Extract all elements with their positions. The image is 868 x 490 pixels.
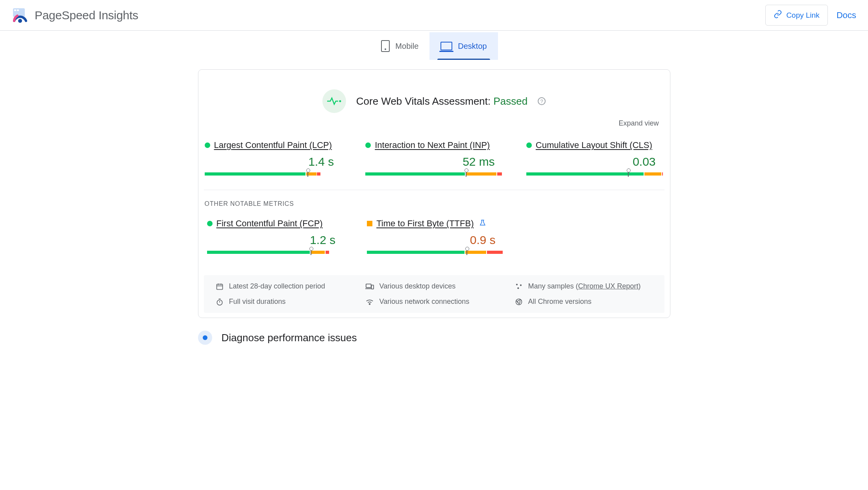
svg-point-13 [516,283,517,285]
pulse-icon [322,89,346,113]
metric-head: Interaction to Next Paint (INP) [365,140,503,150]
scatter-icon [515,283,523,290]
copy-link-button[interactable]: Copy Link [765,5,828,26]
metric-head: Largest Contentful Paint (LCP) [205,140,342,150]
status-dot-green [365,142,371,148]
diagnose-icon [198,331,212,345]
bar-seg-green [207,251,310,254]
link-icon [774,10,782,20]
svg-point-3 [18,19,22,23]
distribution-bar [207,251,344,254]
bar-seg-red [326,251,329,254]
beaker-icon [479,219,486,228]
stopwatch-icon [216,298,224,306]
svg-rect-2 [17,9,19,11]
info-network-text: Various network connections [379,298,470,306]
info-durations-text: Full visit durations [229,298,286,306]
bar-seg-orange [644,172,662,176]
info-period-text: Latest 28-day collection period [229,282,325,290]
tab-desktop-label: Desktop [458,42,487,51]
metric: Cumulative Layout Shift (CLS)0.03 [526,140,664,176]
bar-seg-orange [465,251,487,254]
status-dot-green [207,221,213,226]
devices-icon [365,283,374,290]
metric-head: Cumulative Layout Shift (CLS) [526,140,664,150]
bar-seg-red [487,251,503,254]
bar-marker [311,249,311,255]
bar-marker [307,171,308,177]
copy-link-label: Copy Link [786,11,820,20]
svg-point-4 [339,100,341,102]
svg-point-19 [369,303,370,305]
info-samples: Many samples (Chrome UX Report) [515,282,653,290]
metric: First Contentful Paint (FCP)1.2 s [207,218,344,254]
metric: Time to First Byte (TTFB)0.9 s [367,218,503,254]
mobile-icon [381,40,390,52]
bar-marker [466,249,467,255]
svg-rect-12 [371,285,374,289]
metric-name-link[interactable]: Cumulative Layout Shift (CLS) [536,140,652,150]
status-dot-green [205,142,210,148]
metric-name-link[interactable]: Interaction to Next Paint (INP) [375,140,490,150]
tab-mobile[interactable]: Mobile [370,32,429,60]
diagnose-section: Diagnose performance issues [198,327,670,349]
metric-head: Time to First Byte (TTFB) [367,218,503,229]
desktop-icon [440,42,452,50]
bar-seg-green [205,172,305,176]
help-icon[interactable]: ? [538,97,546,105]
metric-name-link[interactable]: Time to First Byte (TTFB) [376,218,474,229]
metric-head: First Contentful Paint (FCP) [207,218,344,229]
metric-value: 1.4 s [205,155,334,168]
metric-name-link[interactable]: Largest Contentful Paint (LCP) [214,140,332,150]
top-bar: PageSpeed Insights Copy Link Docs [0,0,868,31]
status-square-orange [367,221,372,226]
top-actions: Copy Link Docs [765,5,856,26]
svg-rect-1 [14,9,16,11]
calendar-icon [216,283,224,290]
docs-link[interactable]: Docs [837,10,856,20]
bar-seg-red [497,172,502,176]
assessment-row: Core Web Vitals Assessment: Passed ? [201,89,668,113]
app-title: PageSpeed Insights [35,9,138,22]
bar-seg-orange [466,172,496,176]
metric-name-link[interactable]: First Contentful Paint (FCP) [217,218,323,229]
cwv-card: Core Web Vitals Assessment: Passed ? Exp… [198,69,670,318]
bar-seg-red [662,172,663,176]
info-devices-text: Various desktop devices [379,282,456,290]
crux-link[interactable]: Chrome UX Report [578,282,639,290]
info-network: Various network connections [365,298,503,306]
distribution-bar [205,172,342,176]
expand-view-button[interactable]: Expand view [201,113,668,131]
status-dot-green [526,142,532,148]
bar-marker [628,171,629,177]
metric: Largest Contentful Paint (LCP)1.4 s [205,140,342,176]
info-period: Latest 28-day collection period [216,282,353,290]
metric-value: 1.2 s [207,233,336,247]
metric-placeholder [527,218,664,254]
wifi-icon [365,298,374,306]
device-tabs: Mobile Desktop [0,32,868,60]
metric-value: 52 ms [365,155,495,168]
svg-point-15 [517,287,519,289]
chrome-icon [515,298,523,306]
bar-seg-red [317,172,320,176]
bar-seg-green [367,251,465,254]
primary-metrics-row: Largest Contentful Paint (LCP)1.4 sInter… [201,131,668,190]
tab-desktop[interactable]: Desktop [429,32,498,60]
diagnose-title: Diagnose performance issues [222,332,357,344]
info-durations: Full visit durations [216,298,353,306]
assessment-text: Core Web Vitals Assessment: Passed [356,95,527,107]
distribution-bar [365,172,503,176]
distribution-bar [367,251,503,254]
svg-point-14 [520,284,521,286]
svg-rect-10 [366,284,371,287]
metric-value: 0.9 s [367,233,496,247]
assessment-status: Passed [494,95,528,107]
info-devices: Various desktop devices [365,282,503,290]
info-samples-text: Many samples (Chrome UX Report) [528,282,641,290]
distribution-bar [526,172,664,176]
svg-rect-6 [217,284,222,289]
metric-value: 0.03 [526,155,656,168]
brand: PageSpeed Insights [12,7,138,23]
info-versions-text: All Chrome versions [528,298,592,306]
